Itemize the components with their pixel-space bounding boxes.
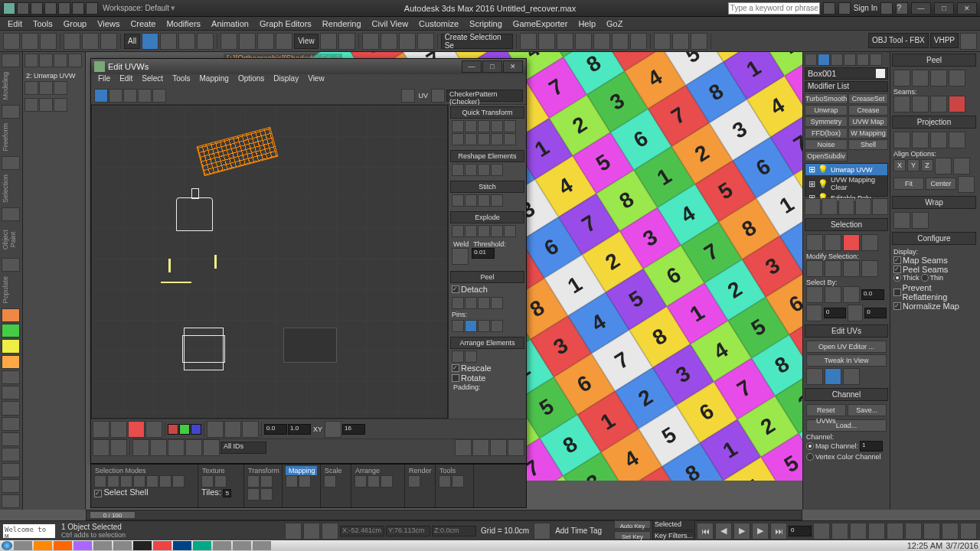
bt2-7-icon[interactable] — [203, 439, 220, 456]
menu-edit[interactable]: Edit — [3, 19, 27, 28]
detach-check[interactable] — [452, 285, 459, 293]
sphere-orange-icon[interactable] — [2, 308, 20, 322]
selby-5-icon[interactable] — [848, 305, 864, 321]
snap-icon[interactable] — [362, 33, 379, 50]
selby-spinner[interactable]: 0.0 — [861, 289, 884, 300]
rb-tr-1-icon[interactable] — [247, 475, 260, 487]
color-3[interactable] — [191, 424, 201, 435]
proj-box-icon[interactable] — [949, 132, 965, 148]
pl-2-icon[interactable] — [465, 297, 477, 309]
populate-icon[interactable] — [2, 258, 20, 272]
bt-pixel-icon[interactable] — [242, 421, 259, 438]
close-button[interactable]: ✕ — [957, 2, 977, 15]
mod-noise[interactable]: Noise — [805, 139, 848, 150]
menu-gameexporter[interactable]: GameExporter — [508, 19, 573, 28]
uvw-menu-file[interactable]: File — [94, 74, 114, 86]
selby-spinner-2[interactable]: 0 — [824, 308, 846, 318]
channel-rollout[interactable]: Channel — [805, 388, 888, 401]
menu-tools[interactable]: Tools — [28, 19, 57, 28]
seam-2-icon[interactable] — [912, 96, 929, 112]
redo-tool-icon[interactable] — [82, 33, 99, 50]
rb-ar-3-icon[interactable] — [381, 475, 393, 487]
play-icon[interactable]: ▶ — [733, 523, 750, 540]
modifier-stack[interactable]: ⊞💡 Unwrap UVW⊞💡 UVW Mapping Clear⊞💡 Edit… — [805, 163, 888, 197]
rb-tr-2-icon[interactable] — [260, 475, 273, 487]
rb-sm-2-icon[interactable] — [107, 475, 119, 487]
align-normal-icon[interactable] — [953, 158, 970, 174]
rotate-check[interactable] — [452, 374, 459, 382]
sphere-green-icon[interactable] — [2, 324, 20, 337]
uvw-texture-combo[interactable]: CheckerPattern (Checker) — [446, 90, 523, 102]
uvw-canvas[interactable] — [91, 105, 448, 419]
proj-planar-icon[interactable] — [893, 132, 910, 148]
ribbon-toggle-icon[interactable] — [960, 33, 977, 50]
seam-3-icon[interactable] — [930, 96, 947, 112]
autokey-button[interactable]: Auto Key — [614, 520, 651, 529]
mod-turbosmooth[interactable]: TurboSmooth — [805, 93, 848, 104]
misc-icon-7[interactable] — [2, 463, 20, 477]
pin-1-icon[interactable] — [452, 320, 464, 332]
peel-rollout[interactable]: Peel — [892, 54, 976, 67]
layer-icon[interactable] — [557, 33, 573, 50]
undo-tool-icon[interactable] — [64, 33, 80, 50]
bt2-6-icon[interactable] — [185, 439, 202, 456]
rb-sm-5-icon[interactable] — [146, 475, 158, 487]
bt2-pan-icon[interactable] — [455, 439, 472, 456]
qt-4-icon[interactable] — [491, 120, 503, 132]
select-region-icon[interactable] — [178, 33, 195, 50]
utilities-panel-icon[interactable] — [870, 54, 882, 66]
project-icon[interactable] — [86, 2, 98, 15]
x-coord[interactable]: X:-52.461cm — [340, 526, 384, 536]
grid-icon[interactable] — [2, 494, 20, 508]
sphere-yellow-icon[interactable] — [2, 339, 20, 353]
se-element-icon[interactable] — [39, 98, 53, 112]
bt2-region-icon[interactable] — [508, 439, 524, 456]
bind-icon[interactable] — [40, 33, 57, 50]
uvw-menu-view[interactable]: View — [304, 74, 328, 86]
mod-unwrap-uvw[interactable]: Unwrap UVW — [805, 105, 848, 116]
nav-4-icon[interactable] — [887, 523, 903, 540]
pin-4-icon[interactable] — [491, 320, 503, 332]
bt2-4-icon[interactable] — [150, 439, 167, 456]
percent-snap-icon[interactable] — [399, 33, 416, 50]
chevron-down-icon[interactable]: ▾ — [171, 3, 175, 13]
misc-icon-1[interactable] — [2, 370, 20, 384]
mirror-icon[interactable] — [520, 33, 537, 50]
bt-elem-icon[interactable] — [145, 421, 162, 438]
bt2-5-icon[interactable] — [168, 439, 185, 456]
place-icon[interactable] — [276, 33, 292, 50]
render-frame-icon[interactable] — [672, 33, 689, 50]
windows-taskbar[interactable]: 12:25 AM 3/7/2016 — [0, 540, 980, 551]
light-icon[interactable] — [2, 355, 20, 369]
nav-2-icon[interactable] — [850, 523, 867, 540]
menu-views[interactable]: Views — [93, 19, 124, 28]
ar-2-icon[interactable] — [465, 350, 477, 363]
re-1-icon[interactable] — [452, 164, 464, 176]
qt-6-icon[interactable] — [452, 133, 464, 145]
qt-3-icon[interactable] — [478, 120, 490, 132]
selby-1-icon[interactable] — [806, 286, 823, 303]
se-custom-icon[interactable] — [68, 54, 82, 67]
uvw-mirror-icon[interactable] — [152, 89, 166, 103]
proj-sphere-icon[interactable] — [930, 132, 947, 148]
v-spinner[interactable]: 1.0 — [288, 424, 311, 435]
z-coord[interactable]: Z:0.0cm — [432, 526, 476, 536]
rb-mp-1-icon[interactable] — [286, 475, 298, 487]
pivot-icon[interactable] — [320, 33, 337, 50]
align-view-icon[interactable] — [935, 158, 952, 174]
open-icon[interactable] — [31, 2, 43, 15]
plugin-button-2[interactable]: VHPP — [930, 33, 959, 48]
reset-uvw-button[interactable]: Reset UVWs — [806, 404, 846, 416]
rb-tr-3-icon[interactable] — [247, 488, 260, 500]
task-explorer-icon[interactable] — [14, 541, 32, 550]
uvw-menu-select[interactable]: Select — [138, 74, 167, 86]
tray-time[interactable]: 12:25 AM — [907, 541, 942, 550]
uvw-texlist-icon[interactable] — [431, 89, 445, 103]
menu-customize[interactable]: Customize — [414, 19, 463, 28]
sel-element-icon[interactable] — [861, 234, 878, 251]
modifier-list-dropdown[interactable]: Modifier List — [805, 81, 888, 92]
uvw-max-button[interactable]: □ — [482, 60, 502, 73]
mod-symmetry[interactable]: Symmetry — [805, 116, 848, 127]
task-app-5-icon[interactable] — [153, 541, 172, 550]
qt-10-icon[interactable] — [504, 133, 516, 145]
